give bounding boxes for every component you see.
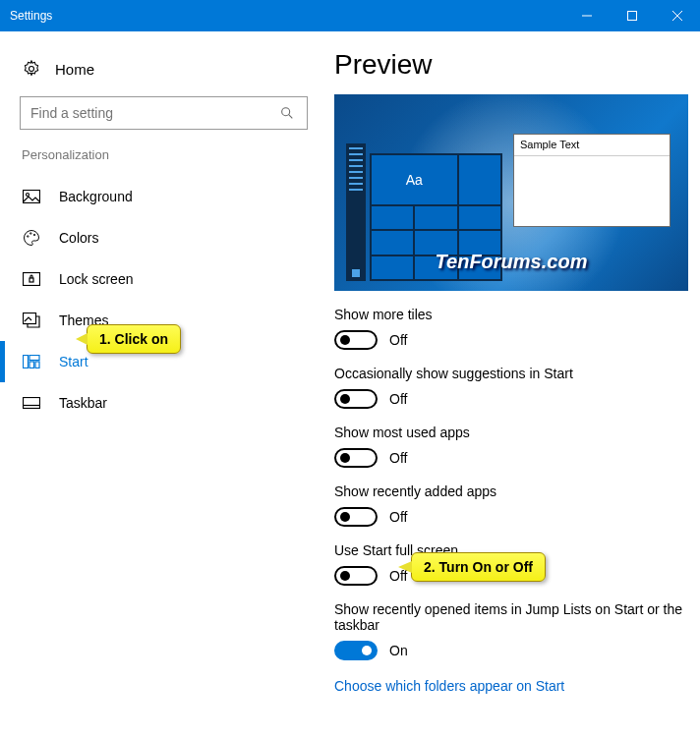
search-field[interactable]: [30, 105, 266, 121]
setting-label: Show recently opened items in Jump Lists…: [334, 601, 688, 633]
close-button[interactable]: [655, 0, 700, 31]
sidebar-item-label: Colors: [59, 230, 98, 246]
svg-point-11: [33, 234, 35, 236]
page-title: Preview: [334, 49, 688, 81]
section-label: Personalization: [22, 147, 295, 162]
nav-list: Background Colors Lock screen Themes Sta…: [20, 176, 295, 424]
minimize-button[interactable]: [564, 0, 610, 31]
setting-most-used: Show most used apps Off: [334, 425, 688, 468]
setting-label: Show recently added apps: [334, 483, 688, 499]
toggle-full-screen[interactable]: [334, 566, 378, 586]
search-icon: [277, 103, 297, 123]
gear-icon: [22, 59, 41, 79]
svg-rect-16: [29, 356, 39, 361]
toggle-state: Off: [389, 391, 407, 407]
toggle-suggestions[interactable]: [334, 389, 378, 409]
toggle-state: On: [389, 643, 408, 658]
search-input[interactable]: [20, 96, 308, 130]
title-bar: Settings: [0, 0, 700, 31]
preview-sample-window: Sample Text: [513, 134, 671, 227]
content-area: Preview Aa Sample Text TenForums.com Sho…: [315, 31, 700, 737]
svg-point-5: [282, 108, 290, 116]
sidebar-item-label: Taskbar: [59, 395, 107, 411]
sample-window-title: Sample Text: [514, 135, 670, 156]
sidebar-item-lock-screen[interactable]: Lock screen: [20, 258, 295, 300]
annotation-callout-2: 2. Turn On or Off: [411, 552, 546, 582]
svg-point-10: [30, 233, 32, 235]
sidebar-item-label: Start: [59, 354, 88, 369]
setting-suggestions: Occasionally show suggestions in Start O…: [334, 366, 688, 409]
sidebar-item-background[interactable]: Background: [20, 176, 295, 217]
svg-point-4: [29, 67, 34, 72]
sidebar-item-taskbar[interactable]: Taskbar: [20, 382, 295, 424]
setting-jump-lists: Show recently opened items in Jump Lists…: [334, 601, 688, 660]
setting-label: Show more tiles: [334, 307, 688, 322]
svg-rect-7: [24, 191, 40, 203]
toggle-show-more-tiles[interactable]: [334, 330, 378, 350]
setting-show-more-tiles: Show more tiles Off: [334, 307, 688, 350]
svg-line-6: [289, 115, 293, 119]
toggle-jump-lists[interactable]: [334, 641, 378, 660]
preview-tile-aa: Aa: [372, 155, 457, 204]
picture-icon: [22, 187, 41, 206]
svg-rect-17: [29, 362, 34, 368]
svg-rect-15: [24, 356, 29, 368]
svg-point-8: [27, 194, 29, 197]
svg-rect-13: [29, 278, 33, 282]
sidebar-item-label: Background: [59, 189, 133, 204]
watermark: TenForums.com: [436, 251, 588, 273]
svg-rect-18: [35, 362, 39, 368]
setting-label: Occasionally show suggestions in Start: [334, 366, 688, 381]
svg-rect-19: [24, 398, 40, 409]
maximize-button[interactable]: [610, 0, 655, 31]
choose-folders-link[interactable]: Choose which folders appear on Start: [334, 678, 564, 694]
taskbar-icon: [22, 393, 41, 413]
sidebar-item-label: Lock screen: [59, 271, 133, 287]
home-nav[interactable]: Home: [22, 59, 295, 79]
toggle-state: Off: [389, 332, 407, 348]
home-label: Home: [55, 61, 94, 78]
setting-label: Show most used apps: [334, 425, 688, 440]
svg-rect-1: [628, 12, 637, 21]
palette-icon: [22, 228, 41, 248]
sidebar: Home Personalization Background Colors L…: [0, 31, 315, 737]
setting-recently-added: Show recently added apps Off: [334, 483, 688, 527]
sidebar-item-colors[interactable]: Colors: [20, 217, 295, 258]
toggle-recently-added[interactable]: [334, 507, 378, 527]
window-title: Settings: [10, 9, 564, 23]
preview-image: Aa Sample Text TenForums.com: [334, 94, 688, 291]
themes-icon: [22, 311, 41, 330]
toggle-state: Off: [389, 450, 407, 466]
window-controls: [564, 0, 700, 31]
start-icon: [22, 352, 41, 371]
toggle-state: Off: [389, 509, 407, 525]
toggle-most-used[interactable]: [334, 448, 378, 468]
svg-point-9: [28, 236, 29, 238]
annotation-callout-1: 1. Click on: [87, 324, 181, 354]
preview-taskbar: [346, 143, 366, 281]
lock-screen-icon: [22, 269, 41, 289]
